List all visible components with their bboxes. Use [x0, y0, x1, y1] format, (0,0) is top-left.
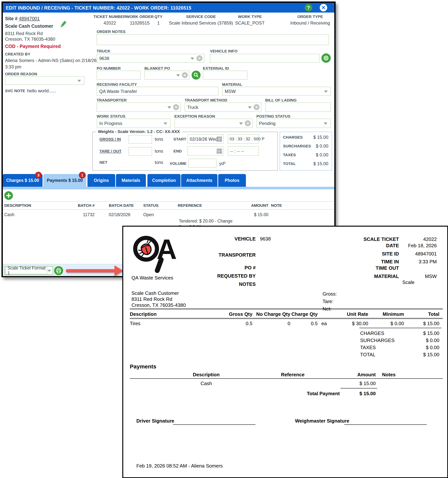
col-note: NOTE [271, 203, 282, 208]
notes-label: NOTES [199, 281, 256, 287]
volume-input[interactable] [189, 159, 216, 168]
col-reference: REFERENCE [178, 203, 202, 208]
transport-method-value: Truck [187, 105, 198, 110]
blanket-po-select[interactable]: ✕ [144, 71, 189, 80]
chevron-down-icon [324, 122, 327, 125]
window-title: EDIT INBOUND / RECEIVING - TICKET NUMBER… [6, 5, 191, 11]
receipt-total-label: TOTAL [360, 352, 375, 358]
items-header-rule [130, 318, 443, 319]
order-notes-input[interactable] [97, 34, 329, 45]
tare-out-input[interactable] [128, 147, 152, 156]
tab-payments[interactable]: Payments $ 15.00 1 [43, 174, 86, 187]
site-id-value: 48947001 [399, 251, 437, 257]
calendar-icon[interactable] [217, 149, 222, 154]
clear-icon[interactable]: ✕ [196, 55, 202, 61]
start-time-input[interactable]: 03 : 33 : 32 . 000 P [228, 134, 259, 144]
receipt-charges-label: CHARGES [360, 330, 384, 336]
date-label: DATE [343, 243, 399, 249]
transporter-label: TRANSPORTER [199, 252, 256, 258]
end-label: END [173, 149, 182, 153]
tab-origins-label: Origins [94, 178, 109, 183]
help-icon[interactable]: ? [305, 4, 312, 12]
truck-select[interactable]: 9638 ✕ [97, 54, 204, 63]
add-payment-button[interactable] [4, 191, 13, 200]
truck-label: TRUCK [97, 49, 111, 53]
chevron-down-icon [324, 90, 328, 93]
payment-reference-line1: Tendered: $ 20.00 - Change [179, 219, 233, 224]
work-status-select[interactable]: In Progress [97, 119, 171, 128]
blanket-po-search-icon[interactable] [192, 71, 201, 80]
posting-status-label: POSTING STATUS [256, 114, 290, 119]
edit-pencil-icon[interactable] [59, 20, 68, 28]
posting-status-select[interactable]: Pending [256, 119, 331, 128]
vehicle-label: VEHICLE [199, 236, 256, 242]
vehicle-info-input[interactable] [210, 54, 320, 63]
clear-icon[interactable]: ✕ [245, 120, 251, 126]
receipt-customer-address2: Cresson, TX 76035-4380 [132, 302, 186, 308]
tare-label: Tare: [322, 299, 333, 304]
summary-total-value: $ 15.00 [306, 161, 328, 166]
scale-ticket-value: 42022 [399, 236, 437, 242]
print-ticket-icon[interactable] [54, 266, 63, 275]
receipt-taxes-label: TAXES [360, 345, 376, 351]
work-type-value: SCALE_POST [229, 20, 271, 26]
tab-origins[interactable]: Origins [88, 174, 115, 187]
receipt-charges-value: $ 15.00 [410, 330, 439, 336]
order-reason-select[interactable] [5, 76, 84, 85]
time-in-value: 3:33 PM [399, 259, 437, 265]
site-number-link[interactable]: 48947001 [19, 16, 40, 21]
receiving-facility-value: QA Waste Transfer [99, 89, 137, 94]
tab-materials[interactable]: Materials [116, 174, 146, 187]
svg-text:A: A [157, 234, 177, 265]
payments-header-rule [130, 378, 443, 379]
calendar-icon[interactable] [217, 137, 222, 142]
service-code-value: Scale Inbound Services (37859) [164, 20, 238, 26]
pay-row-description: Cash [178, 381, 234, 386]
customer-name: Scale Cash Customer [5, 23, 53, 29]
order-notes-label: ORDER NOTES [97, 29, 126, 34]
net-label: NET [100, 160, 107, 165]
tab-charges[interactable]: Charges $ 15.00 3 [3, 174, 43, 187]
bill-of-lading-input[interactable] [265, 102, 331, 112]
payment-status: Open [143, 212, 154, 217]
item-gross-qty: 0.5 [222, 321, 252, 327]
order-reason-label: ORDER REASON [5, 72, 37, 76]
item-col-minimum: Minimum [374, 311, 404, 317]
end-time-input[interactable]: -- : -- -- [228, 146, 259, 156]
table-divider [3, 201, 334, 202]
volume-unit: yd³ [219, 161, 225, 166]
exception-reason-select[interactable]: ✕ [174, 119, 253, 128]
payment-total-rule [341, 388, 377, 389]
item-col-charge-qty: Charge Qty [288, 311, 318, 317]
receipt-customer-name: Scale Cash Customer [132, 290, 179, 296]
driver-signature-label: Driver Signature [136, 418, 174, 424]
tab-photos[interactable]: Photos [218, 174, 246, 187]
order-type-label: ORDER TYPE [286, 14, 334, 19]
po-label: PO # [199, 265, 256, 271]
tab-completion-label: Completion [152, 178, 176, 183]
start-date-input[interactable]: 02/18/26 Wed [188, 134, 223, 144]
receiving-facility-input[interactable]: QA Waste Transfer [97, 87, 218, 96]
clear-icon[interactable]: ✕ [182, 72, 188, 78]
close-icon[interactable]: ✕ [320, 4, 327, 12]
pay-col-notes: Notes [382, 372, 396, 377]
scale-ticket-format-select[interactable]: Scale Ticket Format 1 [5, 266, 53, 275]
tab-completion[interactable]: Completion [147, 174, 181, 187]
external-id-input[interactable] [203, 71, 247, 80]
transport-method-select[interactable]: Truck ✕ [185, 102, 261, 112]
material-select[interactable]: MSW [222, 87, 331, 96]
gross-label: Gross: [322, 291, 337, 297]
transporter-select[interactable]: ✕ [97, 102, 181, 112]
totals-rule [360, 328, 442, 328]
end-date-input[interactable] [188, 146, 223, 156]
payment-batch: 11732 [72, 212, 95, 217]
clear-icon[interactable]: ✕ [173, 104, 179, 110]
title-bar: EDIT INBOUND / RECEIVING - TICKET NUMBER… [3, 3, 334, 13]
customer-address1: 8311 Red Rock Rd [5, 31, 43, 36]
po-number-input[interactable] [97, 71, 141, 80]
tab-attachments[interactable]: Attachments [181, 174, 217, 187]
clear-icon[interactable]: ✕ [254, 104, 259, 110]
tab-materials-label: Materials [121, 178, 140, 183]
gross-in-input[interactable] [128, 135, 152, 144]
vehicle-settings-gear-icon[interactable] [321, 53, 331, 63]
